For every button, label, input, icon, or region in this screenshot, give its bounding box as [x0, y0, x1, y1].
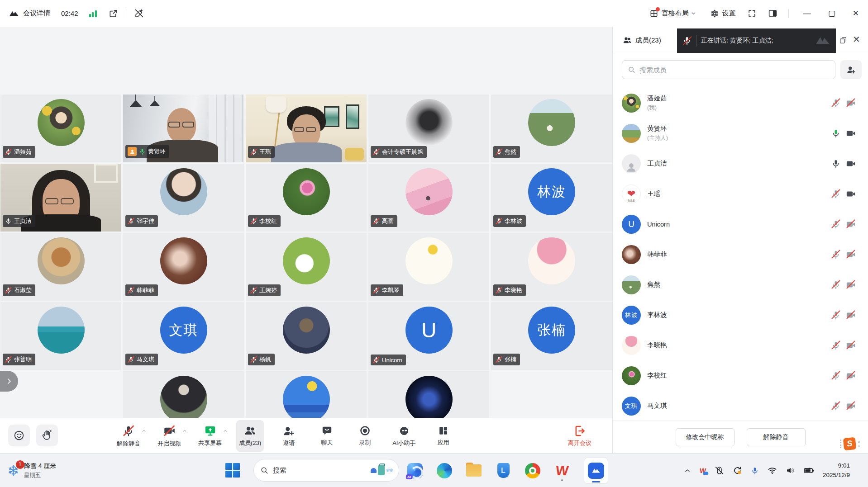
video-tile[interactable]: 王瑶 [246, 95, 367, 162]
close-panel-icon[interactable]: ✕ [853, 35, 860, 44]
member-camera-icon[interactable] [845, 98, 856, 109]
video-tile[interactable]: 文琪 马文琪 [123, 302, 244, 370]
video-tile[interactable]: U Unicorn [368, 302, 489, 370]
volume-icon[interactable] [786, 466, 795, 475]
video-tile[interactable]: 李校红 [246, 164, 367, 232]
video-tile[interactable]: 银欣 [123, 371, 244, 418]
sync-icon[interactable] [733, 466, 742, 475]
video-tile[interactable]: 张普明 [0, 302, 121, 370]
member-mic-icon[interactable] [830, 128, 841, 139]
toolbar-unmute-button[interactable]: 解除静音 [114, 420, 143, 452]
member-camera-icon[interactable] [845, 249, 856, 260]
video-tile[interactable]: 黄贤环 [123, 95, 244, 162]
member-row[interactable]: 韩菲菲 [622, 239, 856, 270]
member-camera-icon[interactable] [845, 279, 856, 290]
video-tile[interactable]: 韩菲菲 [123, 233, 244, 301]
close-button[interactable]: ✕ [853, 9, 859, 17]
member-mic-icon[interactable] [830, 158, 841, 169]
member-mic-icon[interactable] [830, 98, 841, 109]
wifi-icon[interactable] [768, 466, 777, 475]
chevron-up-icon[interactable] [141, 428, 147, 434]
video-tile[interactable]: 牛浩洋 [368, 371, 489, 418]
video-tile[interactable]: 张宇佳 [123, 164, 244, 232]
member-mic-icon[interactable] [830, 249, 841, 260]
member-camera-icon[interactable] [845, 158, 856, 169]
member-row[interactable]: ❤M&S 王瑶 [622, 179, 856, 209]
taskbar-wps-icon[interactable]: W [554, 459, 570, 482]
maximize-button[interactable]: ▢ [828, 9, 835, 17]
member-mic-icon[interactable] [830, 279, 841, 290]
side-panel-icon[interactable] [768, 9, 777, 18]
member-row[interactable]: 黄贤环(主持人) [622, 118, 856, 148]
video-tile[interactable]: 潘娅茹 [0, 95, 121, 162]
chevron-up-icon[interactable] [223, 428, 228, 434]
toolbar-invite-button[interactable]: 邀请 [276, 420, 302, 452]
raise-hand-button[interactable] [36, 425, 58, 446]
member-row[interactable]: 王贞洁 [622, 148, 856, 179]
member-camera-icon[interactable] [845, 401, 856, 411]
minimize-button[interactable]: — [803, 9, 811, 17]
fullscreen-icon[interactable] [748, 9, 756, 18]
popout-panel-icon[interactable] [839, 36, 847, 44]
taskbar-meeting-app-icon[interactable] [583, 459, 609, 482]
taskbar-security-app-icon[interactable]: L [495, 459, 511, 482]
member-row[interactable]: 焦然 [622, 270, 856, 300]
member-row[interactable]: 文琪 马文琪 [622, 391, 856, 421]
member-mic-icon[interactable] [830, 340, 841, 351]
add-member-button[interactable] [840, 60, 862, 79]
video-tile[interactable]: 高蕾 [368, 164, 489, 232]
chevron-up-icon[interactable] [182, 428, 187, 434]
microphone-tray-icon[interactable] [751, 466, 759, 475]
toolbar-record-button[interactable]: 录制 [352, 420, 378, 452]
video-tile[interactable]: 李晓艳 [491, 233, 612, 301]
leave-meeting-button[interactable]: 离开会议 [568, 418, 591, 454]
taskbar-ai-browser-icon[interactable]: AI [407, 459, 423, 482]
video-tile[interactable]: 杨帆 [246, 302, 367, 370]
next-page-button[interactable] [0, 371, 18, 392]
meeting-details-link[interactable]: 会议详情 [23, 9, 50, 18]
sogou-input-widget[interactable]: S ou [840, 438, 860, 450]
layout-switcher-button[interactable]: 宫格布局 [649, 9, 696, 18]
hidden-icons-chevron[interactable] [684, 467, 691, 474]
unmute-button[interactable]: 解除静音 [747, 428, 806, 446]
taskbar-browser-icon[interactable] [525, 459, 541, 482]
toolbar-share-screen-button[interactable]: 共享屏幕 [196, 420, 224, 452]
video-tile[interactable]: 石淑莹 [0, 233, 121, 301]
battery-icon[interactable] [804, 465, 814, 476]
member-mic-icon[interactable] [830, 189, 841, 199]
taskbar-file-explorer-icon[interactable] [466, 459, 482, 482]
tab-members[interactable]: 成员(23) [623, 36, 661, 45]
video-tile[interactable]: 李凯琴 [368, 233, 489, 301]
member-mic-icon[interactable] [830, 370, 841, 381]
video-tile[interactable]: 张楠 张楠 [491, 302, 612, 370]
taskbar-clock[interactable]: 9:01 2025/12/9 [823, 461, 850, 480]
member-camera-icon[interactable] [845, 189, 856, 199]
member-row[interactable]: U Unicorn [622, 209, 856, 239]
taskbar-search-box[interactable]: 搜索 ❄❄ [253, 459, 399, 482]
toolbar-members-button[interactable]: 成员(23) [236, 420, 264, 452]
annotation-disabled-icon[interactable] [134, 9, 144, 18]
member-camera-icon[interactable] [845, 370, 856, 381]
member-row[interactable]: 李晓艳 [622, 330, 856, 360]
start-button[interactable] [225, 463, 241, 478]
taskbar-edge-icon[interactable] [436, 459, 453, 482]
video-tile[interactable]: 翟君 [246, 371, 367, 418]
wps-cloud-icon[interactable]: W [699, 467, 706, 474]
member-mic-icon[interactable] [830, 401, 841, 411]
member-mic-icon[interactable] [830, 310, 841, 321]
member-row[interactable]: 林波 李林波 [622, 300, 856, 330]
member-camera-icon[interactable] [845, 219, 856, 230]
toolbar-chat-button[interactable]: 聊天 [314, 420, 340, 452]
member-search-box[interactable] [622, 60, 835, 79]
member-row[interactable]: 李校红 [622, 360, 856, 391]
reactions-button[interactable] [8, 425, 30, 446]
share-window-icon[interactable] [109, 9, 118, 18]
member-camera-icon[interactable] [845, 310, 856, 321]
video-tile[interactable]: 焦然 [491, 95, 612, 162]
member-row[interactable]: 潘娅茹(我) [622, 88, 856, 118]
video-tile[interactable]: 王婉婷 [246, 233, 367, 301]
video-tile[interactable]: 王贞洁 [0, 164, 121, 232]
member-camera-icon[interactable] [845, 340, 856, 351]
drag-handle-icon[interactable] [840, 440, 841, 448]
member-camera-icon[interactable] [845, 128, 856, 139]
